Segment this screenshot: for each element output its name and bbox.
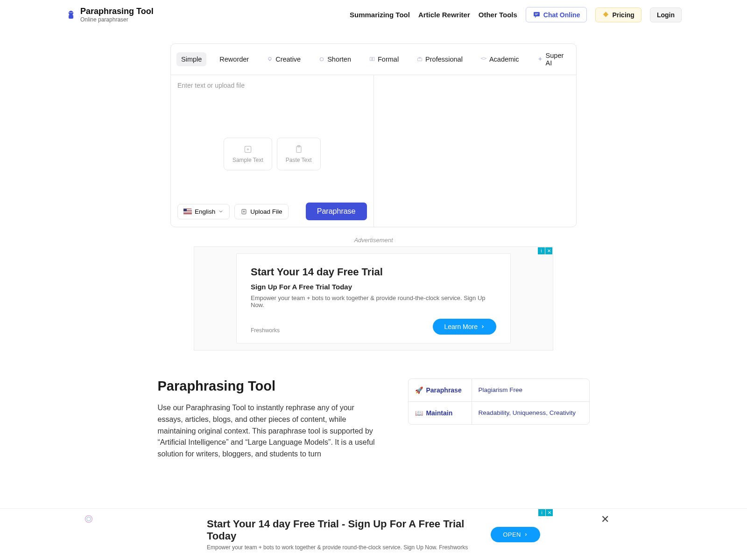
ad-info-icon[interactable]: i [538,247,545,254]
feature-val: Readability, Uniqueness, Creativity [472,402,589,424]
ad-description: Empower your team + bots to work togethe… [251,294,496,308]
svg-rect-4 [534,12,540,16]
output-panel [374,75,577,227]
tab-academic[interactable]: Academic [476,52,524,66]
briefcase-icon [416,56,423,63]
plus-square-icon [243,145,253,154]
chat-icon [533,11,541,19]
input-panel: Sample Text Paste Text English Upload Fi… [171,75,374,227]
text-input[interactable] [177,82,367,110]
mode-tabs: Simple Reworder Creative Shorten Formal … [171,44,576,75]
feature-key-label: Maintain [426,409,452,417]
paraphrase-tool: Simple Reworder Creative Shorten Formal … [170,43,577,227]
ad-content[interactable]: Start Your 14 day Free Trial Sign Up For… [236,253,511,343]
compress-icon [318,56,325,63]
helper-buttons: Sample Text Paste Text [177,138,367,170]
tab-shorten-label: Shorten [327,56,351,63]
content-text-area: Paraphrasing Tool Use our Paraphrasing T… [158,378,381,460]
login-button[interactable]: Login [650,7,682,22]
robot-logo-icon [65,9,77,21]
table-row: 📖Maintain Readability, Uniqueness, Creat… [409,402,589,424]
tab-professional[interactable]: Professional [412,52,467,66]
tab-shorten[interactable]: Shorten [314,52,356,66]
bottom-ad-badge: i ✕ [538,509,553,516]
sample-text-label: Sample Text [233,157,263,163]
page-description: Use our Paraphrasing Tool to instantly r… [158,402,381,460]
feature-key-label: Paraphrase [426,386,461,394]
feature-key: 🚀Paraphrase [409,379,472,401]
tab-academic-label: Academic [489,56,519,63]
ad-title: Start Your 14 day Free Trial [251,266,496,278]
tab-formal[interactable]: Formal [364,52,403,66]
content-section: Paraphrasing Tool Use our Paraphrasing T… [153,378,594,460]
svg-point-20 [85,516,92,523]
pricing-button[interactable]: Pricing [595,7,641,22]
logo-title: Paraphrasing Tool [80,7,154,16]
input-bottom-bar: English Upload File Paraphrase [177,196,367,220]
language-select[interactable]: English [177,204,230,219]
advertisement-box: i ✕ Start Your 14 day Free Trial Sign Up… [194,246,553,350]
chevron-right-icon [480,324,485,329]
graduation-icon [480,56,487,63]
tab-superai[interactable]: Super AI [532,49,571,70]
bottom-ad-bar: i ✕ Start Your 14 day Free Trial - Sign … [0,508,747,560]
upload-icon [240,208,247,215]
ad-learn-more-button[interactable]: Learn More [433,319,496,335]
clipboard-icon [294,145,303,154]
nav-summarizing[interactable]: Summarizing Tool [350,11,410,19]
bottom-ad-description: Empower your team + bots to work togethe… [207,544,491,551]
nav-rewriter[interactable]: Article Rewriter [418,11,470,19]
tag-icon [602,11,609,18]
ad-close-icon[interactable]: ✕ [546,509,553,516]
paste-text-label: Paste Text [286,157,312,163]
ad-badge: i ✕ [538,247,552,254]
paraphrase-button[interactable]: Paraphrase [306,203,367,220]
bottom-ad-dismiss-button[interactable]: ✕ [601,513,609,525]
tab-creative[interactable]: Creative [262,52,305,66]
sample-text-button[interactable]: Sample Text [224,138,272,170]
tab-reworder[interactable]: Reworder [215,52,254,66]
ad-close-icon[interactable]: ✕ [545,247,552,254]
ad-label: Advertisement [0,237,747,244]
svg-rect-10 [370,57,372,61]
tab-reworder-label: Reworder [219,56,249,63]
main-nav: Summarizing Tool Article Rewriter Other … [350,7,682,22]
bottom-ad-content[interactable]: i ✕ Start Your 14 day Free Trial - Sign … [194,509,553,560]
ad-info-icon[interactable]: i [538,509,545,516]
svg-point-2 [70,12,70,13]
rocket-icon: 🚀 [415,386,423,394]
paste-text-button[interactable]: Paste Text [277,138,321,170]
svg-rect-1 [69,15,73,19]
svg-rect-12 [417,58,422,61]
upload-label: Upload File [250,208,282,215]
tab-creative-label: Creative [275,56,301,63]
tab-simple[interactable]: Simple [176,52,206,66]
logo-subtitle: Online paraphraser [80,16,154,23]
nav-other-tools[interactable]: Other Tools [479,11,517,19]
bottom-ad-open-button[interactable]: OPEN [491,527,540,542]
svg-rect-8 [269,60,270,61]
site-header: Paraphrasing Tool Online paraphraser Sum… [0,0,747,29]
page-title: Paraphrasing Tool [158,378,381,394]
svg-point-9 [320,58,324,61]
tab-simple-label: Simple [181,56,202,63]
chevron-down-icon [218,209,224,214]
us-flag-icon [183,209,192,215]
tab-superai-label: Super AI [546,52,566,67]
svg-point-7 [268,57,271,60]
chat-label: Chat Online [543,11,580,19]
svg-rect-11 [373,57,374,61]
ad-subtitle: Sign Up For A Free Trial Today [251,283,496,291]
swirl-logo-icon [84,514,93,524]
chat-online-button[interactable]: Chat Online [526,7,587,22]
table-row: 🚀Paraphrase Plagiarism Free [409,379,589,402]
feature-table: 🚀Paraphrase Plagiarism Free 📖Maintain Re… [408,378,589,425]
chevron-right-icon [524,532,528,537]
sparkle-icon [537,56,543,63]
bottom-ad-title: Start Your 14 day Free Trial - Sign Up F… [207,518,491,542]
feature-val: Plagiarism Free [472,379,589,401]
editor-panels: Sample Text Paste Text English Upload Fi… [171,75,576,227]
logo[interactable]: Paraphrasing Tool Online paraphraser [65,7,154,23]
upload-file-button[interactable]: Upload File [234,204,288,219]
svg-point-3 [71,12,72,13]
